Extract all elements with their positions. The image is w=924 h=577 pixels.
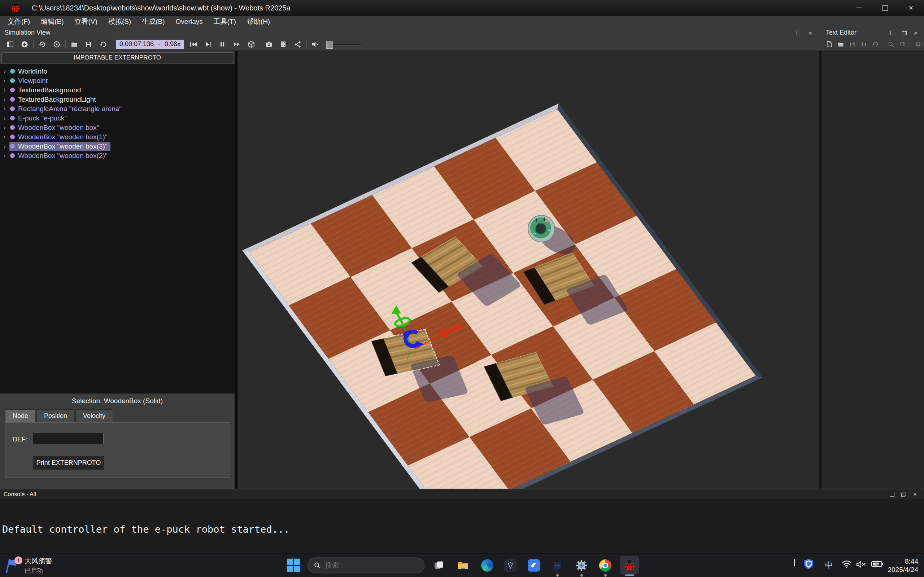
open-world-icon[interactable] <box>67 39 82 50</box>
add-node-icon[interactable] <box>17 39 32 50</box>
taskbar-search[interactable] <box>307 558 425 574</box>
menu-edit[interactable]: 编辑(E) <box>36 17 69 26</box>
minimize-button[interactable] <box>846 0 872 16</box>
rewind-icon[interactable] <box>186 39 201 50</box>
revert-file-icon[interactable] <box>870 39 881 50</box>
open-file-icon[interactable] <box>835 39 846 50</box>
volume-muted-icon[interactable] <box>856 560 867 570</box>
search-input[interactable] <box>325 561 409 570</box>
tree-item-woodenbox-1[interactable]: ›WoodenBox "wooden box(1)" <box>0 132 234 142</box>
texteditor-float-button[interactable] <box>900 29 909 37</box>
step-icon[interactable] <box>201 39 215 50</box>
console-close-button[interactable]: × <box>910 490 920 498</box>
console-output[interactable]: Default controller of the e-puck robot s… <box>0 499 924 554</box>
tree-item-viewpoint[interactable]: ›Viewpoint <box>0 76 234 85</box>
console-float-button[interactable] <box>899 490 908 498</box>
game-center-icon[interactable] <box>502 558 518 574</box>
simulation-3d-viewport[interactable] <box>237 51 819 488</box>
maximize-button[interactable] <box>872 0 898 16</box>
print-externproto-button[interactable]: Print EXTERNPROTO <box>33 456 104 469</box>
tab-node[interactable]: Node <box>5 409 36 422</box>
def-input[interactable] <box>33 433 103 444</box>
simview-close-button[interactable]: × <box>806 29 815 37</box>
menu-view[interactable]: 查看(V) <box>69 17 103 26</box>
settings-gear-icon[interactable] <box>573 558 590 574</box>
texteditor-close-button[interactable]: × <box>911 29 921 37</box>
tree-item-woodenbox-2[interactable]: ›WoodenBox "wooden box(2)" <box>0 151 234 161</box>
chevron-right-icon[interactable]: › <box>3 68 10 75</box>
volume-slider-handle[interactable] <box>326 41 333 49</box>
new-file-icon[interactable] <box>824 39 835 50</box>
texteditor-maximize-button[interactable] <box>888 29 897 37</box>
reload-world-icon[interactable] <box>96 39 110 50</box>
chevron-right-icon[interactable]: › <box>3 105 10 113</box>
e-puck-robot[interactable] <box>528 215 580 260</box>
tree-item-rectanglearena[interactable]: ›RectangleArena "rectangle arena" <box>0 104 234 114</box>
tree-item-texturedbackgroundlight[interactable]: ›TexturedBackgroundLight <box>0 95 234 104</box>
dark-cat-app-icon[interactable] <box>549 558 565 574</box>
save-file-icon[interactable] <box>847 39 858 50</box>
chevron-right-icon[interactable]: › <box>3 143 10 150</box>
fast-forward-icon[interactable] <box>229 39 244 50</box>
screenshot-icon[interactable] <box>262 39 276 50</box>
tab-velocity[interactable]: Velocity <box>76 409 113 422</box>
simview-maximize-button[interactable] <box>794 29 803 37</box>
chevron-right-icon[interactable]: › <box>3 115 10 122</box>
find-replace-icon[interactable] <box>897 39 908 50</box>
center-view-icon[interactable] <box>50 39 64 50</box>
text-editor-header: Text Editor × <box>822 27 924 38</box>
tree-item-woodenbox-3-selected[interactable]: ›WoodenBox "wooden box(3)" <box>0 142 234 151</box>
menu-help[interactable]: 帮助(H) <box>241 17 275 26</box>
ime-language-indicator[interactable]: 中 <box>825 560 833 571</box>
chevron-right-icon[interactable]: › <box>3 134 10 141</box>
edge-browser-icon[interactable] <box>479 558 495 574</box>
thunder-app-icon[interactable] <box>526 558 542 574</box>
preferences-gear-icon[interactable] <box>913 39 923 50</box>
file-explorer-icon[interactable] <box>455 558 471 574</box>
hidden-icons-chevron[interactable] <box>794 560 795 567</box>
close-button[interactable]: × <box>898 0 924 16</box>
menu-overlays[interactable]: Overlays <box>170 18 208 26</box>
translation-gizmo[interactable] <box>391 305 464 359</box>
share-icon[interactable] <box>291 39 305 50</box>
wifi-icon[interactable] <box>842 560 852 569</box>
menu-simulation[interactable]: 模拟(S) <box>103 17 136 26</box>
chevron-right-icon[interactable]: › <box>3 96 10 103</box>
rendering-toggle-icon[interactable] <box>244 39 258 50</box>
chevron-right-icon[interactable]: › <box>3 77 10 84</box>
chevron-right-icon[interactable]: › <box>3 124 10 131</box>
text-editor-toolbar <box>824 38 924 50</box>
running-indicator <box>604 574 607 577</box>
menu-build[interactable]: 生成(B) <box>136 17 170 26</box>
task-view-icon[interactable] <box>431 558 447 574</box>
text-editor-body[interactable] <box>822 51 924 488</box>
tree-item-woodenbox[interactable]: ›WoodenBox "wooden box" <box>0 123 234 132</box>
webots-taskbar-icon[interactable] <box>622 558 637 574</box>
save-world-icon[interactable] <box>82 39 96 50</box>
console-maximize-button[interactable] <box>887 490 897 498</box>
weather-widget[interactable]: 1 大风预警 已启动 <box>5 556 52 575</box>
battery-charging-icon[interactable] <box>871 561 884 569</box>
security-shield-icon[interactable] <box>804 559 814 571</box>
menu-file[interactable]: 文件(F) <box>2 17 36 26</box>
menu-tools[interactable]: 工具(T) <box>208 17 241 26</box>
movie-record-icon[interactable] <box>276 39 291 50</box>
importable-externproto-button[interactable]: IMPORTABLE EXTERNPROTO <box>2 52 233 63</box>
save-as-icon[interactable] <box>858 39 869 50</box>
chevron-right-icon[interactable]: › <box>3 87 10 94</box>
find-icon[interactable] <box>885 39 896 50</box>
panel-splitter[interactable] <box>234 51 237 488</box>
reset-simulation-icon[interactable] <box>35 39 50 50</box>
chevron-right-icon[interactable]: › <box>3 152 10 160</box>
taskbar-clock[interactable]: 8:44 2025/4/24 <box>888 557 918 574</box>
tab-position[interactable]: Position <box>36 409 75 422</box>
tree-item-worldinfo[interactable]: ›WorldInfo <box>0 67 234 76</box>
sound-mute-icon[interactable] <box>308 39 323 50</box>
tree-item-epuck[interactable]: ›E-puck "e-puck" <box>0 114 234 123</box>
tree-item-texturedbackground[interactable]: ›TexturedBackground <box>0 85 234 95</box>
pause-icon[interactable] <box>215 39 229 50</box>
volume-slider[interactable] <box>326 40 361 48</box>
chrome-browser-icon[interactable] <box>597 558 613 574</box>
scene-tree-toggle-icon[interactable] <box>3 39 17 50</box>
start-button[interactable] <box>287 559 300 572</box>
